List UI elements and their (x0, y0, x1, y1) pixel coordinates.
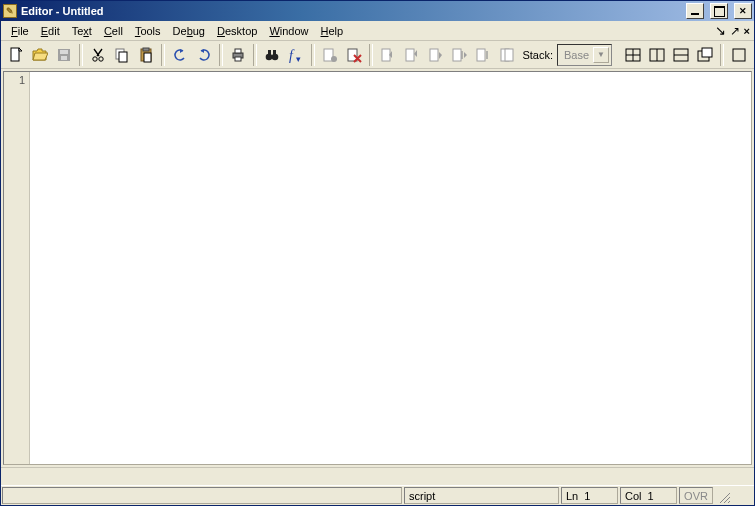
open-file-button[interactable] (29, 44, 51, 66)
title-bar[interactable]: ✎ Editor - Untitled (1, 1, 754, 21)
step-out-icon (428, 47, 444, 63)
svg-line-42 (728, 501, 730, 503)
resize-grip-icon (717, 490, 731, 504)
run-to-cursor-button[interactable] (472, 44, 494, 66)
save-button[interactable] (53, 44, 75, 66)
maximize-pane-button[interactable] (728, 44, 750, 66)
step-in-button[interactable] (401, 44, 423, 66)
undo-icon (172, 47, 188, 63)
svg-point-4 (93, 56, 97, 60)
svg-rect-29 (505, 49, 513, 61)
editor-frame: 1 (3, 71, 752, 465)
floppy-disk-icon (56, 47, 72, 63)
scissors-icon (90, 47, 106, 63)
tile-2x2-button[interactable] (622, 44, 644, 66)
dock-close-icon[interactable]: × (744, 25, 750, 37)
resize-grip[interactable] (714, 486, 732, 505)
svg-text:▾: ▾ (296, 54, 301, 63)
chevron-down-icon: ▼ (593, 47, 609, 63)
toolbar: f▾ Stack: Base ▼ (1, 41, 754, 69)
continue-icon (451, 47, 467, 63)
tile-left-right-button[interactable] (646, 44, 668, 66)
svg-rect-12 (235, 49, 241, 53)
function-icon: f▾ (288, 47, 304, 63)
float-icon (697, 47, 713, 63)
stack-select[interactable]: Base ▼ (557, 44, 612, 66)
horizontal-scrollbar[interactable] (1, 467, 754, 485)
run-to-cursor-icon (475, 47, 491, 63)
tile-2x2-icon (625, 47, 641, 63)
step-in-icon (404, 47, 420, 63)
insert-function-button[interactable]: f▾ (285, 44, 307, 66)
svg-rect-3 (61, 56, 67, 60)
copy-button[interactable] (111, 44, 133, 66)
status-message (2, 487, 402, 504)
clear-breakpoint-button[interactable] (343, 44, 365, 66)
svg-rect-2 (60, 50, 68, 54)
svg-rect-9 (143, 48, 149, 51)
svg-rect-27 (477, 49, 485, 61)
redo-icon (196, 47, 212, 63)
maximize-button[interactable] (710, 3, 728, 19)
status-line: Ln 1 (561, 487, 618, 504)
menu-window[interactable]: Window (263, 23, 314, 39)
svg-rect-26 (453, 49, 461, 61)
status-bar: script Ln 1 Col 1 OVR (1, 485, 754, 505)
minimize-button[interactable] (686, 3, 704, 19)
float-button[interactable] (694, 44, 716, 66)
code-editor[interactable] (30, 72, 751, 464)
svg-rect-10 (144, 53, 151, 62)
menu-desktop[interactable]: Desktop (211, 23, 263, 39)
exit-debug-icon (499, 47, 515, 63)
paste-button[interactable] (135, 44, 157, 66)
menu-file[interactable]: File (5, 23, 35, 39)
redo-button[interactable] (193, 44, 215, 66)
find-button[interactable] (261, 44, 283, 66)
svg-rect-38 (702, 48, 712, 57)
menu-debug[interactable]: Debug (167, 23, 211, 39)
menu-bar: File Edit Text Cell Tools Debug Desktop … (1, 21, 754, 41)
menu-edit[interactable]: Edit (35, 23, 66, 39)
svg-rect-24 (406, 49, 414, 61)
dock-undock-icon[interactable]: ↗ (730, 24, 740, 38)
menu-cell[interactable]: Cell (98, 23, 129, 39)
open-folder-icon (32, 47, 48, 63)
svg-rect-0 (11, 48, 19, 61)
status-column: Col 1 (620, 487, 677, 504)
svg-rect-13 (235, 57, 241, 61)
svg-rect-39 (733, 49, 745, 61)
editor-area: 1 (1, 69, 754, 467)
tile-top-bottom-button[interactable] (670, 44, 692, 66)
line-number-gutter: 1 (4, 72, 30, 464)
status-mode: script (404, 487, 559, 504)
printer-icon (230, 47, 246, 63)
stack-label: Stack: (522, 49, 553, 61)
step-button[interactable] (377, 44, 399, 66)
print-button[interactable] (227, 44, 249, 66)
svg-text:f: f (289, 48, 295, 63)
set-breakpoint-button[interactable] (319, 44, 341, 66)
continue-button[interactable] (449, 44, 471, 66)
dock-curled-arrow-icon[interactable]: ↘ (715, 23, 726, 38)
breakpoint-set-icon (322, 47, 338, 63)
undo-button[interactable] (169, 44, 191, 66)
svg-rect-25 (430, 49, 438, 61)
cut-button[interactable] (87, 44, 109, 66)
stack-select-value: Base (560, 49, 593, 61)
new-file-button[interactable] (5, 44, 27, 66)
tile-lr-icon (649, 47, 665, 63)
svg-point-21 (331, 56, 337, 62)
menu-text[interactable]: Text (66, 23, 98, 39)
svg-rect-16 (268, 50, 271, 55)
menu-tools[interactable]: Tools (129, 23, 167, 39)
maximize-pane-icon (731, 47, 747, 63)
step-out-button[interactable] (425, 44, 447, 66)
menu-help[interactable]: Help (315, 23, 350, 39)
close-button[interactable] (734, 3, 752, 19)
tile-tb-icon (673, 47, 689, 63)
status-ovr: OVR (679, 487, 713, 504)
app-icon: ✎ (3, 4, 17, 18)
svg-rect-17 (273, 50, 276, 55)
new-file-icon (8, 47, 24, 63)
exit-debug-button[interactable] (496, 44, 518, 66)
